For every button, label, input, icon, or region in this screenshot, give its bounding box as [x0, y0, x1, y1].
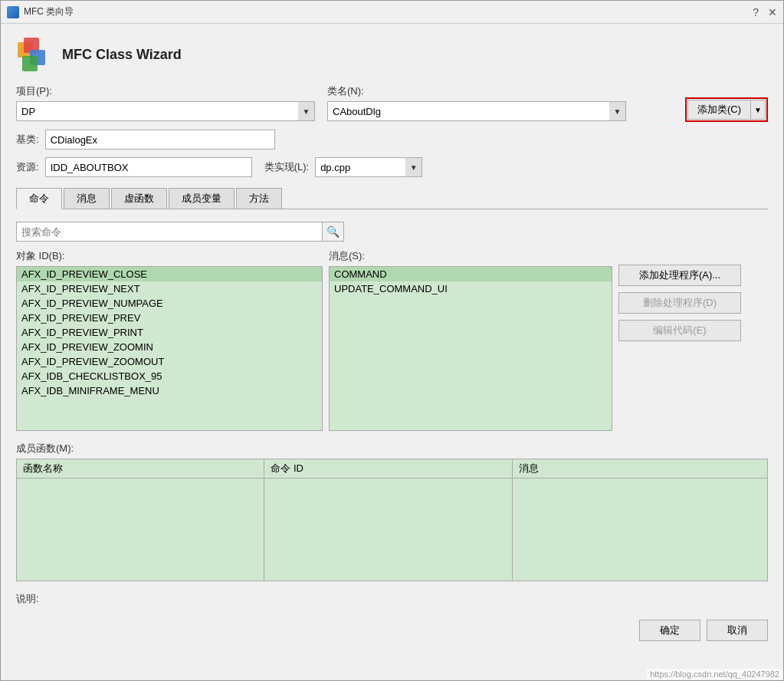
class-impl-group: 类实现(L): dp.cpp ▼ — [264, 157, 423, 177]
list-item[interactable]: AFX_ID_PREVIEW_CLOSE — [17, 267, 322, 281]
list-item[interactable]: AFX_ID_PREVIEW_ZOOMOUT — [17, 354, 322, 369]
help-button[interactable]: ? — [753, 6, 759, 18]
app-title: MFC Class Wizard — [62, 47, 182, 63]
class-impl-label: 类实现(L): — [264, 160, 310, 174]
resource-group: 资源: — [16, 157, 252, 177]
messages-group: 消息(S): COMMAND UPDATE_COMMAND_UI — [329, 249, 612, 431]
base-class-label: 基类: — [16, 133, 39, 146]
classname-group: 类名(N): CAboutDlg ▼ — [327, 84, 626, 121]
tab-methods[interactable]: 方法 — [236, 188, 282, 209]
base-class-row: 基类: — [16, 130, 768, 150]
title-bar-controls: ? ✕ — [753, 6, 777, 18]
col-function-name: 函数名称 — [17, 459, 264, 479]
cancel-button[interactable]: 取消 — [707, 620, 768, 641]
classname-select[interactable]: CAboutDlg — [327, 101, 626, 121]
list-item[interactable]: AFX_ID_PREVIEW_ZOOMIN — [17, 340, 322, 354]
resource-row: 资源: 类实现(L): dp.cpp ▼ — [16, 157, 768, 177]
class-impl-select[interactable]: dp.cpp — [315, 157, 422, 177]
messages-listbox[interactable]: COMMAND UPDATE_COMMAND_UI — [329, 266, 612, 431]
window-title: MFC 类向导 — [24, 5, 74, 18]
col-message: 消息 — [512, 459, 767, 479]
edit-code-button[interactable]: 编辑代码(E) — [618, 320, 741, 341]
ok-button[interactable]: 确定 — [639, 620, 700, 641]
project-group: 项目(P): DP ▼ — [16, 84, 315, 121]
tab-command[interactable]: 命令 — [16, 188, 62, 209]
member-functions-label: 成员函数(M): — [16, 442, 768, 456]
project-label: 项目(P): — [16, 84, 315, 98]
header-section: MFC Class Wizard — [16, 36, 768, 73]
search-icon: 🔍 — [326, 225, 340, 238]
close-button[interactable]: ✕ — [768, 6, 777, 18]
class-impl-select-wrapper: dp.cpp ▼ — [315, 157, 422, 177]
list-item[interactable]: AFX_ID_PREVIEW_PRINT — [17, 325, 322, 340]
delete-handler-button[interactable]: 删除处理程序(D) — [618, 292, 741, 314]
tab-member-vars[interactable]: 成员变量 — [169, 188, 235, 209]
add-class-container: 添加类(C) ▼ — [685, 97, 768, 122]
app-icon — [7, 6, 19, 18]
classname-select-wrapper: CAboutDlg ▼ — [327, 101, 626, 121]
title-bar-left: MFC 类向导 — [7, 5, 74, 18]
title-bar: MFC 类向导 ? ✕ — [1, 1, 783, 24]
lists-and-buttons: 对象 ID(B): AFX_ID_PREVIEW_CLOSE AFX_ID_PR… — [16, 249, 768, 431]
tab-message[interactable]: 消息 — [64, 188, 110, 209]
base-class-input[interactable] — [45, 130, 275, 150]
list-item[interactable]: AFX_ID_PREVIEW_NEXT — [17, 281, 322, 296]
project-class-row: 项目(P): DP ▼ 类名(N): CAboutDlg ▼ — [16, 84, 768, 122]
add-class-dropdown-arrow[interactable]: ▼ — [750, 100, 766, 120]
add-class-area: 添加类(C) ▼ — [685, 84, 768, 122]
resource-input[interactable] — [45, 157, 252, 177]
list-item[interactable]: AFX_ID_PREVIEW_NUMPAGE — [17, 296, 322, 311]
member-table-empty-row — [17, 479, 768, 581]
col-command-id: 命令 ID — [264, 459, 512, 479]
main-window: MFC 类向导 ? ✕ MFC Class Wizard 项目(P): — [0, 0, 784, 681]
content-area: MFC Class Wizard 项目(P): DP ▼ 类名(N): — [1, 24, 783, 680]
project-select[interactable]: DP — [16, 101, 315, 121]
add-handler-button[interactable]: 添加处理程序(A)... — [618, 265, 741, 286]
tab-virtual[interactable]: 虚函数 — [111, 188, 167, 209]
watermark: https://blog.csdn.net/qq_40247982 — [647, 669, 782, 679]
add-class-button[interactable]: 添加类(C) — [687, 100, 750, 120]
tabs-bar: 命令 消息 虚函数 成员变量 方法 — [16, 188, 768, 209]
project-select-wrapper: DP ▼ — [16, 101, 315, 121]
list-item[interactable]: AFX_IDB_CHECKLISTBOX_95 — [17, 369, 322, 383]
search-input[interactable] — [16, 222, 323, 242]
object-id-label: 对象 ID(B): — [16, 249, 323, 263]
search-row: 🔍 — [16, 222, 768, 242]
list-item[interactable]: COMMAND — [330, 267, 612, 281]
member-functions-table: 函数名称 命令 ID 消息 — [16, 459, 768, 581]
bottom-buttons: 确定 取消 — [16, 620, 768, 644]
right-action-buttons: 添加处理程序(A)... 删除处理程序(D) 编辑代码(E) — [618, 249, 741, 341]
description-label: 说明: — [16, 592, 39, 606]
list-item[interactable]: AFX_IDB_MINIFRAME_MENU — [17, 383, 322, 398]
list-item[interactable]: AFX_ID_PREVIEW_PREV — [17, 311, 322, 325]
member-functions-section: 成员函数(M): 函数名称 命令 ID 消息 — [16, 442, 768, 581]
logo-icon — [16, 36, 53, 73]
object-id-listbox[interactable]: AFX_ID_PREVIEW_CLOSE AFX_ID_PREVIEW_NEXT… — [16, 266, 323, 431]
svg-rect-3 — [22, 56, 38, 71]
search-button[interactable]: 🔍 — [323, 222, 344, 242]
resource-label: 资源: — [16, 160, 39, 174]
list-item[interactable]: UPDATE_COMMAND_UI — [330, 281, 612, 296]
classname-label: 类名(N): — [327, 84, 626, 98]
description-row: 说明: — [16, 592, 768, 606]
object-id-group: 对象 ID(B): AFX_ID_PREVIEW_CLOSE AFX_ID_PR… — [16, 249, 323, 431]
classname-input-group: CAboutDlg ▼ — [327, 101, 626, 121]
messages-label: 消息(S): — [329, 249, 612, 263]
